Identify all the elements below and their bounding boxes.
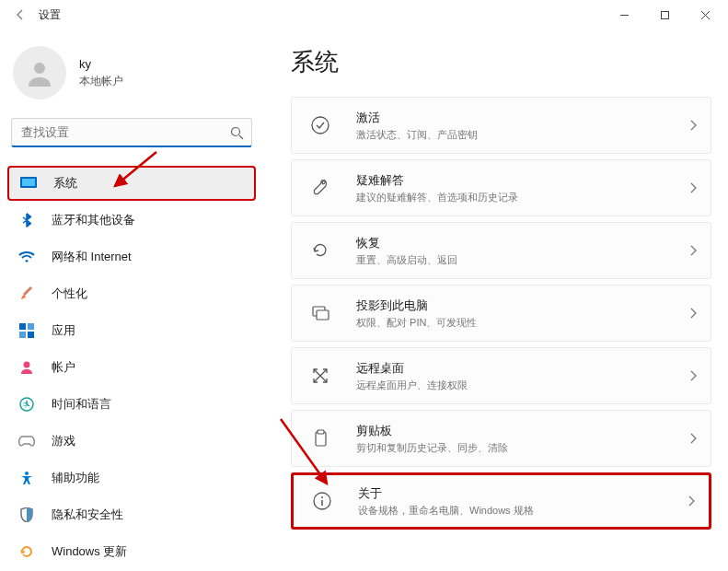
nav-label: 个性化 bbox=[52, 286, 87, 302]
minimize-button[interactable] bbox=[605, 2, 643, 28]
card-subtitle: 激活状态、订阅、产品密钥 bbox=[356, 128, 688, 142]
clipboard-icon bbox=[308, 426, 332, 450]
svg-point-1 bbox=[34, 63, 45, 74]
sidebar-item-gaming[interactable]: 游戏 bbox=[7, 424, 256, 459]
sidebar-item-accounts[interactable]: 帐户 bbox=[7, 350, 256, 385]
chevron-right-icon bbox=[688, 433, 698, 444]
chevron-right-icon bbox=[688, 182, 698, 193]
check-circle-icon bbox=[308, 113, 332, 137]
brush-icon bbox=[18, 286, 35, 302]
remote-icon bbox=[308, 364, 332, 388]
card-title: 投影到此电脑 bbox=[356, 297, 688, 314]
card-about[interactable]: 关于 设备规格，重命名电脑、Windows 规格 bbox=[291, 472, 711, 530]
maximize-button[interactable] bbox=[645, 2, 684, 28]
recovery-icon bbox=[308, 239, 332, 262]
profile-subtitle: 本地帐户 bbox=[79, 74, 123, 89]
svg-rect-8 bbox=[28, 332, 34, 338]
svg-text:字: 字 bbox=[23, 402, 29, 408]
search-icon[interactable] bbox=[226, 122, 247, 143]
card-troubleshoot[interactable]: 疑难解答 建议的疑难解答、首选项和历史记录 bbox=[291, 159, 711, 216]
project-icon bbox=[308, 301, 332, 325]
card-subtitle: 剪切和复制历史记录、同步、清除 bbox=[356, 441, 688, 455]
nav-label: 蓝牙和其他设备 bbox=[52, 212, 135, 228]
card-project[interactable]: 投影到此电脑 权限、配对 PIN、可发现性 bbox=[291, 285, 711, 342]
profile-section[interactable]: ky 本地帐户 bbox=[7, 46, 256, 99]
apps-icon bbox=[18, 322, 35, 339]
title-bar: 设置 bbox=[0, 0, 728, 29]
svg-rect-17 bbox=[318, 430, 324, 434]
nav-label: 应用 bbox=[52, 322, 75, 339]
sidebar-item-privacy[interactable]: 隐私和安全性 bbox=[7, 497, 256, 532]
search-input[interactable] bbox=[11, 118, 252, 147]
nav-label: 系统 bbox=[53, 175, 77, 192]
accessibility-icon bbox=[18, 470, 35, 486]
sidebar-item-accessibility[interactable]: 辅助功能 bbox=[7, 460, 256, 495]
card-remote-desktop[interactable]: 远程桌面 远程桌面用户、连接权限 bbox=[291, 347, 711, 404]
card-title: 关于 bbox=[358, 485, 687, 502]
window-title: 设置 bbox=[39, 7, 61, 23]
system-icon bbox=[20, 175, 37, 192]
chevron-right-icon bbox=[687, 495, 696, 507]
update-icon bbox=[18, 543, 35, 560]
card-activation[interactable]: 激活 激活状态、订阅、产品密钥 bbox=[291, 97, 711, 154]
content-area: 系统 激活 激活状态、订阅、产品密钥 疑难解答 建议的疑难解答、首选项和历史 bbox=[267, 29, 728, 571]
nav-label: 辅助功能 bbox=[52, 470, 99, 486]
sidebar: ky 本地帐户 系统 蓝牙和其他设备 bbox=[0, 29, 267, 571]
chevron-right-icon bbox=[688, 308, 698, 319]
sidebar-item-bluetooth[interactable]: 蓝牙和其他设备 bbox=[7, 203, 256, 238]
sidebar-item-system[interactable]: 系统 bbox=[7, 166, 256, 201]
card-subtitle: 重置、高级启动、返回 bbox=[356, 253, 688, 267]
info-icon bbox=[310, 489, 334, 513]
nav-label: 网络和 Internet bbox=[52, 249, 132, 265]
page-title: 系统 bbox=[291, 46, 711, 78]
svg-rect-15 bbox=[317, 310, 329, 320]
shield-icon bbox=[18, 507, 35, 523]
chevron-right-icon bbox=[688, 245, 698, 256]
svg-rect-4 bbox=[22, 179, 35, 186]
profile-name: ky bbox=[79, 56, 123, 73]
window-controls bbox=[605, 2, 728, 28]
sidebar-item-update[interactable]: Windows 更新 bbox=[7, 534, 256, 569]
svg-rect-5 bbox=[19, 323, 26, 330]
card-clipboard[interactable]: 剪贴板 剪切和复制历史记录、同步、清除 bbox=[291, 410, 711, 467]
card-subtitle: 权限、配对 PIN、可发现性 bbox=[356, 316, 688, 330]
search-container bbox=[11, 118, 252, 147]
nav-label: 帐户 bbox=[52, 359, 75, 376]
sidebar-item-network[interactable]: 网络和 Internet bbox=[7, 239, 256, 274]
close-button[interactable] bbox=[686, 2, 724, 28]
card-title: 激活 bbox=[356, 110, 688, 126]
card-title: 远程桌面 bbox=[356, 360, 688, 377]
nav-label: Windows 更新 bbox=[52, 543, 127, 560]
person-icon bbox=[18, 359, 35, 376]
nav-list: 系统 蓝牙和其他设备 网络和 Internet 个性化 bbox=[7, 166, 256, 569]
sidebar-item-apps[interactable]: 应用 bbox=[7, 313, 256, 348]
time-language-icon: 字 bbox=[18, 396, 35, 413]
card-recovery[interactable]: 恢复 重置、高级启动、返回 bbox=[291, 222, 711, 279]
svg-point-12 bbox=[25, 472, 29, 475]
svg-point-13 bbox=[312, 117, 329, 134]
nav-label: 隐私和安全性 bbox=[52, 507, 123, 523]
settings-cards: 激活 激活状态、订阅、产品密钥 疑难解答 建议的疑难解答、首选项和历史记录 bbox=[291, 97, 711, 530]
svg-point-9 bbox=[24, 362, 30, 368]
wifi-icon bbox=[18, 249, 35, 265]
chevron-right-icon bbox=[688, 120, 698, 131]
svg-point-19 bbox=[321, 496, 323, 498]
sidebar-item-time-language[interactable]: 字 时间和语言 bbox=[7, 387, 256, 422]
svg-point-2 bbox=[231, 127, 239, 135]
card-title: 剪贴板 bbox=[356, 423, 688, 439]
chevron-right-icon bbox=[688, 370, 698, 381]
svg-rect-6 bbox=[28, 323, 34, 330]
nav-label: 游戏 bbox=[52, 433, 75, 449]
card-title: 疑难解答 bbox=[356, 172, 688, 189]
card-subtitle: 设备规格，重命名电脑、Windows 规格 bbox=[358, 504, 687, 518]
card-title: 恢复 bbox=[356, 235, 688, 251]
wrench-icon bbox=[308, 176, 332, 200]
avatar bbox=[13, 46, 66, 99]
card-subtitle: 远程桌面用户、连接权限 bbox=[356, 379, 688, 392]
game-icon bbox=[18, 433, 35, 449]
bluetooth-icon bbox=[18, 212, 35, 228]
back-button[interactable] bbox=[7, 2, 33, 28]
card-subtitle: 建议的疑难解答、首选项和历史记录 bbox=[356, 191, 688, 204]
sidebar-item-personalization[interactable]: 个性化 bbox=[7, 276, 256, 311]
nav-label: 时间和语言 bbox=[52, 396, 111, 413]
